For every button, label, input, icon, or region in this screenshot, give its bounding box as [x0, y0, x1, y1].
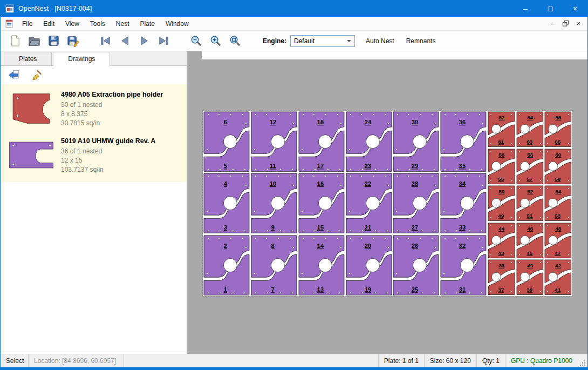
nest-cell[interactable]: 4443 — [487, 222, 516, 259]
drill-hole — [339, 169, 340, 170]
drill-hole — [511, 151, 512, 152]
drill-hole — [387, 246, 389, 248]
nest-cell[interactable]: 1211 — [250, 111, 298, 172]
new-button[interactable] — [5, 32, 24, 50]
drill-hole — [292, 185, 294, 186]
part-number: 22 — [364, 180, 371, 187]
clear-drawings-button[interactable] — [29, 68, 44, 83]
zoom-out-button[interactable] — [186, 32, 206, 50]
save-button[interactable] — [44, 32, 63, 50]
nest-cell[interactable]: 109 — [250, 172, 298, 234]
nest-cell[interactable]: 5453 — [544, 185, 572, 222]
nest-cell[interactable]: 6059 — [544, 148, 572, 185]
nest-cell[interactable]: 4847 — [544, 222, 572, 259]
nest-cell[interactable]: 3837 — [487, 259, 516, 296]
nest-cell[interactable]: 65 — [203, 111, 250, 172]
drill-hole — [244, 169, 245, 170]
maximize-button[interactable]: □ — [538, 1, 563, 17]
part-number: 64 — [527, 115, 534, 120]
nest-cell[interactable]: 3433 — [440, 172, 487, 234]
drill-hole — [490, 114, 491, 115]
nest-cell[interactable]: 87 — [250, 234, 298, 296]
status-gpu: GPU : Quadro P1000 — [505, 354, 578, 367]
drill-hole — [386, 169, 388, 170]
first-plate-button[interactable] — [95, 32, 115, 50]
drawing-list-block: 4980 A05 Extraction pipe holder 30 of 1 … — [1, 84, 187, 182]
open-folder-icon — [28, 35, 40, 47]
menu-plate[interactable]: Plate — [135, 17, 160, 30]
part-cutout — [549, 273, 558, 282]
minimize-button[interactable]: – — [513, 1, 538, 17]
nest-cell[interactable]: 43 — [203, 172, 250, 234]
nest-cell[interactable]: 3231 — [440, 234, 487, 296]
remnants-button[interactable]: Remnants — [405, 35, 437, 47]
nest-cell[interactable]: 5857 — [516, 148, 544, 185]
part-number: 11 — [270, 163, 276, 169]
drawing-item-uhmw-guide[interactable]: 5019 A10 UHMW guide Rev. A 36 of 1 neste… — [1, 132, 187, 179]
part-number: 17 — [317, 163, 323, 169]
tab-plates[interactable]: Plates — [4, 52, 52, 65]
zoom-to-fit-button[interactable] — [225, 32, 244, 50]
mdi-close-button[interactable]: × — [572, 18, 585, 29]
nest-cell[interactable]: 1413 — [298, 234, 345, 296]
part-number: 3 — [224, 225, 227, 231]
previous-plate-button[interactable] — [115, 32, 134, 50]
mdi-restore-button[interactable] — [559, 18, 572, 29]
menu-edit[interactable]: Edit — [38, 17, 60, 30]
menu-view[interactable]: View — [60, 17, 85, 30]
drawing-meta: 4980 A05 Extraction pipe holder 30 of 1 … — [58, 89, 163, 128]
part-number: 30 — [412, 119, 418, 125]
part-number: 26 — [412, 243, 418, 249]
next-plate-button[interactable] — [134, 32, 154, 50]
drill-hole — [245, 246, 247, 248]
menu-window[interactable]: Window — [160, 17, 194, 30]
plate[interactable]: 6512111817242330293635431091615222128273… — [203, 111, 572, 296]
menu-nest[interactable]: Nest — [111, 17, 135, 30]
nest-cell[interactable]: 2625 — [392, 234, 440, 296]
nest-cell[interactable]: 5251 — [516, 185, 544, 222]
left-panel: Plates Drawings — [1, 51, 187, 354]
import-drawing-button[interactable] — [6, 68, 21, 83]
part-number: 31 — [459, 286, 466, 293]
nest-cell[interactable]: 5049 — [487, 185, 516, 222]
part-number: 1 — [224, 286, 227, 293]
nest-cell[interactable]: 4645 — [516, 222, 544, 259]
nest-cell[interactable]: 4241 — [544, 259, 572, 296]
nest-cell[interactable]: 2423 — [345, 111, 393, 172]
drill-hole — [277, 237, 279, 239]
drill-hole — [254, 272, 255, 274]
save-as-button[interactable] — [63, 32, 83, 50]
nest-cell[interactable]: 2827 — [392, 172, 440, 234]
part-cutout — [461, 258, 474, 272]
nest-cell[interactable]: 6463 — [516, 111, 544, 148]
purple-part-shape-icon — [8, 138, 55, 172]
drill-hole — [289, 114, 291, 116]
resize-grip[interactable] — [578, 354, 587, 367]
auto-nest-button[interactable]: Auto Nest — [365, 35, 395, 47]
menu-tools[interactable]: Tools — [85, 17, 111, 30]
nest-cell[interactable]: 3029 — [392, 111, 440, 172]
nest-cell[interactable]: 1615 — [298, 172, 345, 234]
part-number: 29 — [412, 163, 418, 169]
nest-cell[interactable]: 5655 — [487, 148, 516, 185]
nest-cell[interactable]: 1817 — [298, 111, 345, 172]
nest-cell[interactable]: 3635 — [440, 111, 487, 172]
drill-hole — [568, 188, 569, 189]
drawing-item-extraction-pipe-holder[interactable]: 4980 A05 Extraction pipe holder 30 of 1 … — [1, 86, 187, 132]
tab-drawings[interactable]: Drawings — [53, 52, 110, 66]
close-button[interactable]: × — [563, 1, 587, 17]
nest-cell[interactable]: 6261 — [487, 111, 516, 148]
zoom-in-button[interactable] — [206, 32, 225, 50]
nest-cell[interactable]: 21 — [203, 234, 250, 296]
nest-cell[interactable]: 4039 — [516, 259, 544, 296]
nest-cell[interactable]: 2019 — [345, 234, 393, 296]
nest-cell[interactable]: 6665 — [544, 111, 572, 148]
engine-select[interactable]: Default — [290, 35, 355, 47]
nest-cell[interactable]: 2221 — [345, 172, 393, 234]
nest-canvas[interactable]: 6512111817242330293635431091615222128273… — [187, 51, 587, 354]
open-button[interactable] — [24, 32, 44, 50]
last-plate-button[interactable] — [154, 32, 173, 50]
menu-file[interactable]: File — [17, 17, 38, 30]
mdi-minimize-button[interactable]: – — [546, 18, 559, 29]
part-number: 9 — [271, 225, 275, 231]
